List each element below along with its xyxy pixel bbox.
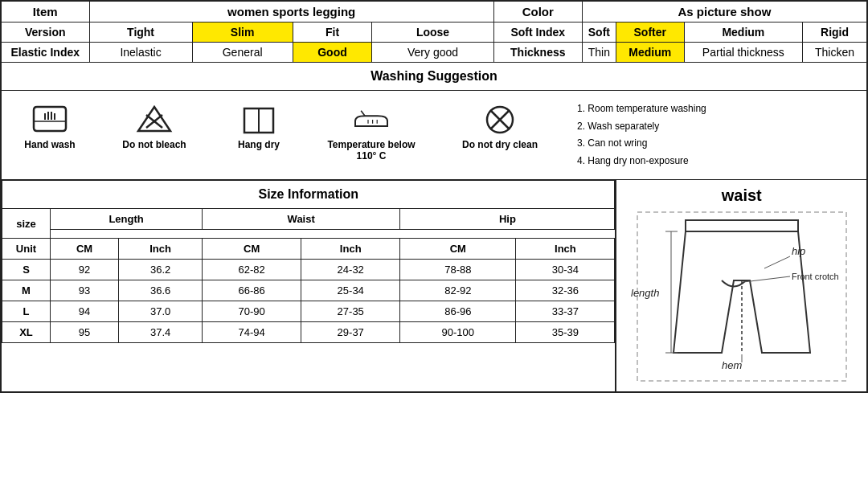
medium-thickness-value: Medium (616, 43, 684, 63)
xl-waist-cm: 74-94 (203, 322, 301, 343)
l-length-inch: 37.0 (119, 301, 203, 322)
hand-wash-cell: Hand wash (2, 91, 98, 179)
svg-rect-18 (686, 220, 798, 231)
s-hip-cm: 78-88 (400, 260, 516, 280)
instruction-1: 1. Room temperature washing (577, 100, 854, 118)
soft-value: Soft (582, 22, 616, 43)
l-waist-inch: 27-35 (301, 301, 400, 322)
thicken-value: Thicken (803, 43, 867, 63)
soft-index-label: Soft Index (493, 22, 582, 43)
col-waist: Waist (203, 209, 400, 230)
very-good-value: Very good (372, 43, 493, 63)
s-hip-inch: 30-34 (516, 260, 615, 280)
s-length-cm: 92 (51, 260, 119, 280)
temperature-label: Temperature below 110° C (326, 139, 416, 162)
m-waist-cm: 66-86 (203, 280, 301, 301)
thin-value: Thin (582, 43, 616, 63)
pants-svg: hip Front crotch length hem (629, 208, 854, 385)
no-dry-clean-cell: Do not dry clean (436, 91, 564, 179)
no-bleach-icon (135, 104, 174, 136)
l-hip-inch: 33-37 (516, 301, 615, 322)
slim-value: Slim (192, 22, 293, 43)
col-hip: Hip (400, 209, 615, 230)
size-xl: XL (2, 322, 51, 343)
unit-hip-inch: Inch (516, 239, 615, 260)
svg-line-21 (743, 276, 790, 282)
hand-wash-label: Hand wash (24, 139, 75, 150)
l-length-cm: 94 (51, 301, 119, 322)
hand-wash-icon (31, 104, 69, 136)
hem-label-svg: hem (722, 359, 742, 371)
m-hip-cm: 82-92 (400, 280, 516, 301)
m-length-inch: 36.6 (119, 280, 203, 301)
general-value: General (192, 43, 293, 63)
no-dry-clean-label: Do not dry clean (462, 139, 538, 150)
xl-length-inch: 37.4 (119, 322, 203, 343)
size-section-title: Size Information (2, 181, 615, 209)
size-info-section: Size Information size Length Waist Hip U… (1, 180, 616, 393)
good-value: Good (293, 43, 372, 63)
size-s: S (2, 260, 51, 280)
item-label: Item (1, 1, 89, 22)
table-row: M 93 36.6 66-86 25-34 82-92 32-36 (2, 280, 615, 301)
hang-dry-label: Hang dry (238, 139, 280, 150)
tight-value: Tight (89, 22, 192, 43)
unit-waist-inch: Inch (301, 239, 400, 260)
unit-length-cm: CM (51, 239, 119, 260)
washing-instructions: 1. Room temperature washing 2. Wash sepa… (564, 91, 866, 179)
fit-value: Fit (293, 22, 372, 43)
unit-waist-cm: CM (203, 239, 301, 260)
hip-label-svg: hip (792, 245, 805, 257)
front-crotch-label-svg: Front crotch (792, 272, 839, 281)
product-name: women sports legging (89, 1, 493, 22)
diagram-cell: waist hip (616, 180, 867, 393)
xl-hip-inch: 35-39 (516, 322, 615, 343)
washing-section-header: Washing Suggestion (1, 63, 867, 91)
instruction-3: 3. Can not wring (577, 135, 854, 153)
elastic-label: Elastic Index (1, 43, 89, 63)
temperature-icon (352, 104, 391, 136)
m-waist-inch: 25-34 (301, 280, 400, 301)
medium-value: Medium (684, 22, 803, 43)
table-row: XL 95 37.4 74-94 29-37 90-100 35-39 (2, 322, 615, 343)
temperature-cell: Temperature below 110° C (307, 91, 436, 179)
loose-value: Loose (372, 22, 493, 43)
col-length: Length (51, 209, 203, 230)
main-table: Item women sports legging Color As pictu… (0, 0, 868, 393)
s-waist-cm: 62-82 (203, 260, 301, 280)
m-hip-inch: 32-36 (516, 280, 615, 301)
unit-length-inch: Inch (119, 239, 203, 260)
unit-label: Unit (2, 239, 51, 260)
svg-line-20 (764, 256, 790, 268)
l-waist-cm: 70-90 (203, 301, 301, 322)
xl-length-cm: 95 (51, 322, 119, 343)
no-bleach-label: Do not bleach (122, 139, 186, 150)
hang-dry-icon (240, 104, 278, 136)
partial-thickness-value: Partial thickness (684, 43, 803, 63)
instruction-2: 2. Wash separately (577, 118, 854, 136)
version-label: Version (1, 22, 89, 43)
size-l: L (2, 301, 51, 322)
svg-marker-5 (138, 107, 170, 131)
color-value: As picture show (582, 1, 867, 22)
pants-diagram: hip Front crotch length hem (629, 208, 854, 385)
l-hip-cm: 86-96 (400, 301, 516, 322)
xl-hip-cm: 90-100 (400, 322, 516, 343)
s-length-inch: 36.2 (119, 260, 203, 280)
thickness-label: Thickness (493, 43, 582, 63)
size-m: M (2, 280, 51, 301)
s-waist-inch: 24-32 (301, 260, 400, 280)
no-bleach-cell: Do not bleach (98, 91, 211, 179)
unit-hip-cm: CM (400, 239, 516, 260)
softer-value: Softer (616, 22, 684, 43)
m-length-cm: 93 (51, 280, 119, 301)
svg-line-10 (361, 111, 365, 116)
table-row: S 92 36.2 62-82 24-32 78-88 30-34 (2, 260, 615, 280)
waist-label: waist (623, 186, 860, 205)
hang-dry-cell: Hang dry (211, 91, 307, 179)
instruction-4: 4. Hang dry non-exposure (577, 153, 854, 170)
inelastic-value: Inelastic (89, 43, 192, 63)
color-label: Color (493, 1, 582, 22)
col-size: size (2, 209, 51, 239)
xl-waist-inch: 29-37 (301, 322, 400, 343)
